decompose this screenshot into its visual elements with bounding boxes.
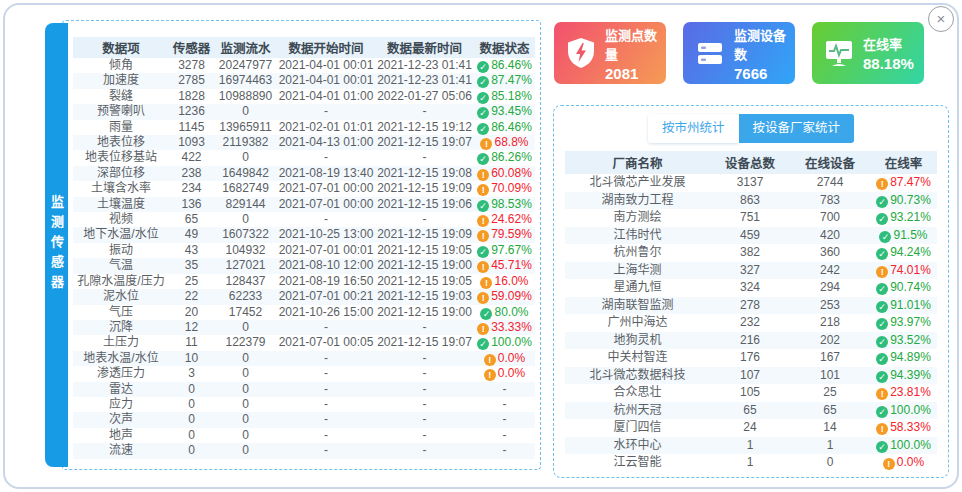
sensor-table: 数据项 传感器 监测流水 数据开始时间 数据最新时间 数据状态 倾角327820… xyxy=(73,37,535,459)
sensor-count-cell: 422 xyxy=(169,150,214,165)
vendor-name-cell: 上海华测 xyxy=(565,262,710,280)
status-rate: 60.08% xyxy=(491,166,532,180)
data-item-cell: 应力 xyxy=(73,397,169,412)
status-cell: !33.33% xyxy=(474,320,535,335)
online-devices-cell: 101 xyxy=(790,367,870,385)
table-row: 流速00--- xyxy=(73,443,535,458)
start-time-cell: - xyxy=(277,397,375,412)
sensor-count-cell: 25 xyxy=(169,274,214,289)
statistics-tabs: 按市州统计 按设备厂家统计 xyxy=(554,114,948,143)
table-row: 视频650--!24.62% xyxy=(73,212,535,227)
status-cell: !16.0% xyxy=(474,274,535,289)
flow-count-cell: 0 xyxy=(214,366,277,381)
status-rate: 33.33% xyxy=(491,320,532,334)
vendor-name-cell: 厦门四信 xyxy=(565,419,710,437)
sensor-count-cell: 0 xyxy=(169,412,214,427)
check-circle-icon: ✓ xyxy=(480,308,492,320)
flow-count-cell: 0 xyxy=(214,382,277,397)
start-time-cell: - xyxy=(277,443,375,458)
start-time-cell: 2021-07-01 00:00 xyxy=(277,197,375,212)
vendor-name-cell: 中关村智连 xyxy=(565,349,710,367)
latest-time-cell: - xyxy=(375,397,474,412)
online-devices-cell: 25 xyxy=(790,384,870,402)
online-devices-cell: 202 xyxy=(790,332,870,350)
check-circle-icon: ✓ xyxy=(876,336,888,348)
status-cell: !0.0% xyxy=(474,366,535,381)
check-circle-icon: ✓ xyxy=(876,371,888,383)
sensor-count-cell: 0 xyxy=(169,397,214,412)
total-devices-cell: 65 xyxy=(710,402,790,420)
status-rate: 0.0% xyxy=(897,455,924,469)
stat-card-device-count: 监测设备数 7666 xyxy=(683,22,795,84)
sensor-count-cell: 10 xyxy=(169,351,214,366)
table-row: 振动431049322021-07-01 00:012021-12-15 19:… xyxy=(73,243,535,258)
warning-circle-icon: ! xyxy=(477,215,489,227)
start-time-cell: 2021-04-01 00:01 xyxy=(277,73,375,88)
data-item-cell: 气压 xyxy=(73,305,169,320)
flow-count-cell: 0 xyxy=(214,397,277,412)
status-cell: ✓86.26% xyxy=(474,150,535,165)
total-devices-cell: 216 xyxy=(710,332,790,350)
status-cell: ✓100.0% xyxy=(870,402,937,420)
table-row: 气压20174522021-10-26 15:002021-12-15 19:0… xyxy=(73,305,535,320)
table-row: 裂缝1828109888902021-04-01 01:002022-01-27… xyxy=(73,89,535,104)
status-cell: - xyxy=(474,428,535,443)
table-row: 湖南致力工程863783✓90.73% xyxy=(565,192,937,210)
data-item-cell: 加速度 xyxy=(73,73,169,88)
status-cell: - xyxy=(474,397,535,412)
sensor-count-cell: 35 xyxy=(169,258,214,273)
online-devices-cell: 65 xyxy=(790,402,870,420)
flow-count-cell: 62233 xyxy=(214,289,277,304)
latest-time-cell: 2021-12-15 19:12 xyxy=(375,120,474,135)
vendor-name-cell: 杭州天冠 xyxy=(565,402,710,420)
status-cell: ✓91.5% xyxy=(870,227,937,245)
check-circle-icon: ✓ xyxy=(876,213,888,225)
start-time-cell: - xyxy=(277,412,375,427)
flow-count-cell: 0 xyxy=(214,443,277,458)
data-item-cell: 地下水温/水位 xyxy=(73,227,169,242)
vendor-table-body: 北斗微芯产业发展31372744!87.47%湖南致力工程863783✓90.7… xyxy=(565,174,937,472)
status-cell: ✓93.52% xyxy=(870,332,937,350)
status-cell: ✓87.47% xyxy=(474,73,535,88)
status-cell: !23.81% xyxy=(870,384,937,402)
table-row: 厦门四信2414!58.33% xyxy=(565,419,937,437)
stat-cards: 监测点数量 2081 监测设备数 7666 xyxy=(554,22,924,84)
flow-count-cell: 0 xyxy=(214,412,277,427)
status-rate: 94.89% xyxy=(890,350,931,364)
table-row: 雷达00--- xyxy=(73,382,535,397)
status-cell: ✓94.24% xyxy=(870,244,937,262)
table-row: 地表位移109321193822021-04-13 01:002021-12-1… xyxy=(73,135,535,150)
table-row: 北斗微芯产业发展31372744!87.47% xyxy=(565,174,937,192)
check-circle-icon: ✓ xyxy=(876,318,888,330)
tab-by-city[interactable]: 按市州统计 xyxy=(648,114,739,143)
latest-time-cell: 2021-12-15 19:07 xyxy=(375,335,474,350)
online-devices-cell: 167 xyxy=(790,349,870,367)
status-rate: 90.73% xyxy=(890,193,931,207)
sensor-panel-vertical-label: 监测传感器 xyxy=(45,23,68,467)
check-circle-icon: ✓ xyxy=(876,353,888,365)
data-item-cell: 预警喇叭 xyxy=(73,104,169,119)
warning-circle-icon: ! xyxy=(876,266,888,278)
status-cell: !87.47% xyxy=(870,174,937,192)
sensor-count-cell: 49 xyxy=(169,227,214,242)
check-circle-icon: ✓ xyxy=(876,441,888,453)
start-time-cell: 2021-02-01 01:01 xyxy=(277,120,375,135)
table-row: 土压力111223792021-07-01 00:052021-12-15 19… xyxy=(73,335,535,350)
col-header-total-devices: 设备总数 xyxy=(710,151,790,174)
total-devices-cell: 24 xyxy=(710,419,790,437)
flow-count-cell: 16974463 xyxy=(214,73,277,88)
table-row: 泥水位22622332021-07-01 00:212021-12-15 19:… xyxy=(73,289,535,304)
flow-count-cell: 127021 xyxy=(214,258,277,273)
tab-by-vendor[interactable]: 按设备厂家统计 xyxy=(739,114,855,143)
latest-time-cell: - xyxy=(375,320,474,335)
close-icon[interactable]: × xyxy=(928,6,954,32)
flow-count-cell: 2119382 xyxy=(214,135,277,150)
sensor-count-cell: 12 xyxy=(169,320,214,335)
start-time-cell: 2021-04-01 00:01 xyxy=(277,58,375,73)
data-item-cell: 泥水位 xyxy=(73,289,169,304)
status-cell: !0.0% xyxy=(870,454,937,472)
table-row: 地下水温/水位4916073222021-10-25 13:002021-12-… xyxy=(73,227,535,242)
status-cell: ✓86.46% xyxy=(474,58,535,73)
server-icon xyxy=(695,37,725,69)
start-time-cell: - xyxy=(277,212,375,227)
